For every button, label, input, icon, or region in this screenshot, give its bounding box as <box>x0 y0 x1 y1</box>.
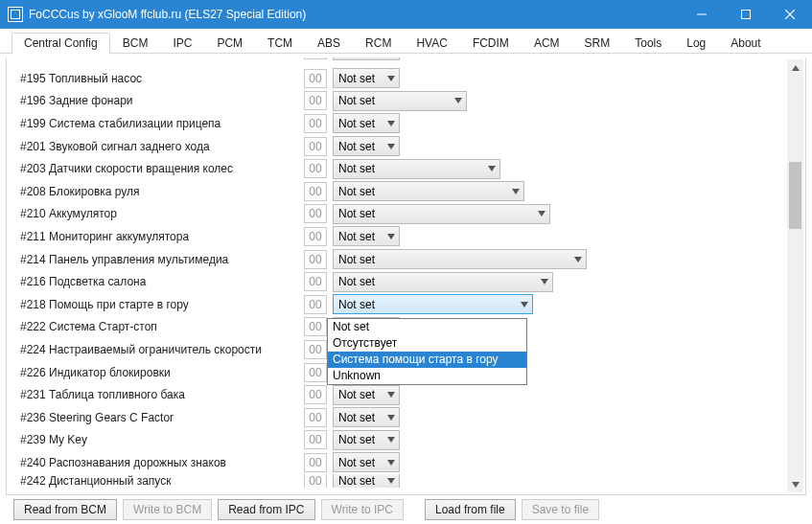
select-value: Not set <box>334 433 383 446</box>
row-select[interactable]: Not set <box>333 204 550 224</box>
row-label: #195 Топливный насос <box>16 72 304 85</box>
svg-marker-20 <box>387 415 395 421</box>
row-select[interactable]: Not set <box>333 113 400 133</box>
row-label: #222 Система Старт-стоп <box>16 320 304 333</box>
maximize-button[interactable] <box>724 0 768 29</box>
row-select[interactable]: Not set <box>333 430 400 450</box>
row-select[interactable]: Not set <box>333 91 467 111</box>
config-row-236: #236 Steering Gears C Factor00Not set <box>16 406 784 429</box>
svg-marker-5 <box>387 76 395 81</box>
svg-marker-22 <box>387 460 395 466</box>
config-row-211: #211 Мониторинг аккумулятора00Not set <box>16 225 784 248</box>
select-value: Not set <box>334 298 516 311</box>
close-button[interactable] <box>768 0 812 29</box>
row-select[interactable]: Not set <box>333 452 400 472</box>
config-row-216: #216 Подсветка салона00Not set <box>16 270 784 293</box>
row-select[interactable]: Not set <box>333 68 400 88</box>
row-select[interactable]: Not set <box>333 136 400 156</box>
tab-pcm[interactable]: PCM <box>204 33 255 54</box>
tab-rcm[interactable]: RCM <box>353 33 404 54</box>
row-hex-input[interactable]: 00 <box>304 204 327 223</box>
row-select[interactable]: Not set <box>333 159 500 179</box>
dropdown-option[interactable]: Система помощи старта в гору <box>328 352 526 368</box>
row-label: #196 Задние фонари <box>16 94 304 107</box>
dropdown-218-list[interactable]: Not setОтсутствуетСистема помощи старта … <box>327 318 527 385</box>
select-value: Not set <box>334 253 569 266</box>
row-hex-input[interactable]: 00 <box>304 272 327 291</box>
tab-bcm[interactable]: BCM <box>110 33 161 54</box>
row-hex-input[interactable]: 00 <box>304 114 327 133</box>
row-select[interactable]: Not set <box>333 385 400 405</box>
load-file-button[interactable]: Load from file <box>425 499 516 520</box>
row-select[interactable]: Not set <box>333 57 400 60</box>
select-value: Not set <box>334 388 383 401</box>
row-hex-input[interactable]: 00 <box>304 385 327 404</box>
tab-ipc[interactable]: IPC <box>160 33 204 54</box>
row-select[interactable]: Not set <box>333 249 587 269</box>
scroll-track[interactable] <box>787 76 803 476</box>
svg-marker-7 <box>387 121 395 126</box>
svg-marker-13 <box>574 257 582 262</box>
row-select[interactable]: Not set <box>333 226 400 246</box>
tab-tcm[interactable]: TCM <box>255 33 305 54</box>
row-hex-input[interactable]: 00 <box>304 363 327 382</box>
row-select[interactable]: Not set <box>333 272 553 292</box>
row-hex-input[interactable]: 00 <box>304 137 327 156</box>
dropdown-option[interactable]: Unknown <box>328 368 526 384</box>
row-hex-input[interactable]: 00 <box>304 250 327 269</box>
dropdown-option[interactable]: Not set <box>328 319 526 335</box>
chevron-down-icon <box>450 92 466 110</box>
tab-srm[interactable]: SRM <box>572 33 623 54</box>
tab-acm[interactable]: ACM <box>522 33 572 54</box>
select-value: Not set <box>334 230 383 243</box>
scroll-down-icon[interactable] <box>787 476 803 492</box>
row-hex-input[interactable]: 00 <box>304 227 327 246</box>
row-hex-input[interactable]: 00 <box>304 474 327 488</box>
row-select[interactable]: Not set <box>333 407 400 427</box>
tab-tools[interactable]: Tools <box>622 33 674 54</box>
config-row-194: #194 Указатели поворота в зеркалах00Not … <box>16 57 784 67</box>
chevron-down-icon <box>507 182 523 200</box>
vertical-scrollbar[interactable] <box>787 59 803 492</box>
tab-abs[interactable]: ABS <box>305 33 353 54</box>
row-hex-input[interactable]: 00 <box>304 453 327 472</box>
scroll-thumb[interactable] <box>789 162 801 229</box>
tab-strip: Central ConfigBCMIPCPCMTCMABSRCMHVACFCDI… <box>0 29 812 54</box>
row-hex-input[interactable]: 00 <box>304 159 327 178</box>
row-hex-input[interactable]: 00 <box>304 295 327 314</box>
config-row-242: #242 Дистанционный запуск00Not set <box>16 474 784 488</box>
row-hex-input[interactable]: 00 <box>304 430 327 449</box>
dropdown-option[interactable]: Отсутствует <box>328 335 526 352</box>
config-row-208: #208 Блокировка руля00Not set <box>16 180 784 203</box>
tab-central-config[interactable]: Central Config <box>12 33 110 54</box>
save-file-button[interactable]: Save to file <box>522 499 599 520</box>
read-ipc-button[interactable]: Read from IPC <box>218 499 314 520</box>
write-ipc-button[interactable]: Write to IPC <box>321 499 404 520</box>
row-hex-input[interactable]: 00 <box>304 340 327 359</box>
tab-hvac[interactable]: HVAC <box>404 33 459 54</box>
row-hex-input[interactable]: 00 <box>304 182 327 201</box>
row-hex-input[interactable]: 00 <box>304 317 327 336</box>
row-hex-input[interactable]: 00 <box>304 69 327 88</box>
row-label: #226 Индикатор блокировки <box>16 366 304 379</box>
row-hex-input[interactable]: 00 <box>304 91 327 110</box>
write-bcm-button[interactable]: Write to BCM <box>123 499 212 520</box>
svg-marker-12 <box>387 234 395 239</box>
row-label: #239 My Key <box>16 433 304 446</box>
row-hex-input[interactable]: 00 <box>304 408 327 427</box>
svg-marker-11 <box>538 211 545 216</box>
tab-log[interactable]: Log <box>674 33 718 54</box>
row-label: #211 Мониторинг аккумулятора <box>16 230 304 243</box>
row-hex-input[interactable]: 00 <box>304 57 327 59</box>
config-row-214: #214 Панель управления мультимедиа00Not … <box>16 248 784 271</box>
row-select[interactable]: Not set <box>333 181 524 201</box>
tab-fcdim[interactable]: FCDIM <box>460 33 522 54</box>
config-row-195: #195 Топливный насос00Not set <box>16 67 784 90</box>
minimize-button[interactable] <box>680 0 724 29</box>
row-select[interactable]: Not set <box>333 294 533 314</box>
read-bcm-button[interactable]: Read from BCM <box>13 499 117 520</box>
row-select[interactable]: Not set <box>333 474 400 488</box>
tab-about[interactable]: About <box>718 33 773 54</box>
select-value: Not set <box>334 72 383 85</box>
scroll-up-icon[interactable] <box>787 59 803 76</box>
